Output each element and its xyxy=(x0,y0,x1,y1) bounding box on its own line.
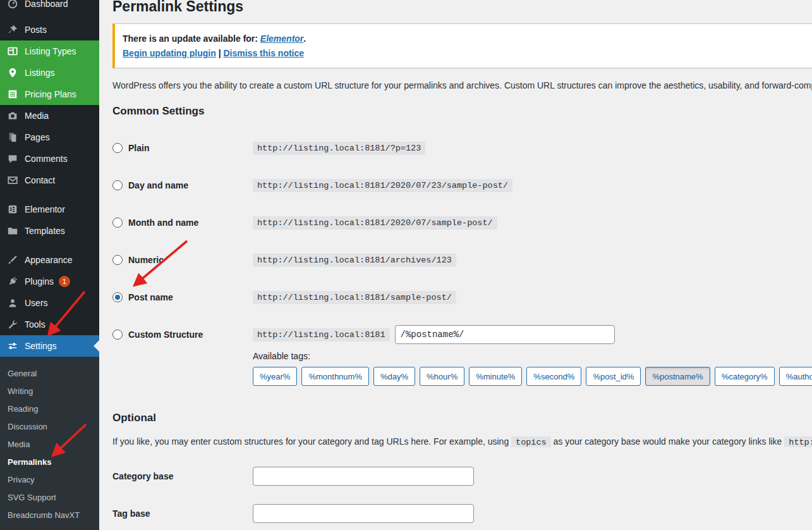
sidebar-item-comments[interactable]: Comments xyxy=(0,148,99,169)
sidebar-item-label: Dashboard xyxy=(25,0,68,9)
sidebar-item-listings[interactable]: Listings xyxy=(0,62,99,83)
submenu-item-privacy[interactable]: Privacy xyxy=(0,471,99,488)
sidebar-item-elementor[interactable]: Elementor xyxy=(0,199,99,220)
plugins-update-badge: 1 xyxy=(59,276,70,287)
tag-post-id-button[interactable]: %post_id% xyxy=(586,367,641,386)
pricing-plans-icon xyxy=(6,88,19,101)
sidebar-item-pricing-plans[interactable]: Pricing Plans xyxy=(0,83,99,105)
tag-author-button[interactable]: %author% xyxy=(779,367,812,386)
sidebar-item-plugins[interactable]: Plugins 1 xyxy=(0,271,99,292)
month-and-name-option[interactable]: Month and name xyxy=(112,218,253,228)
tag-hour-button[interactable]: %hour% xyxy=(420,367,464,386)
day-and-name-radio[interactable] xyxy=(112,180,123,190)
day-and-name-option[interactable]: Day and name xyxy=(112,180,253,190)
sidebar-item-dashboard[interactable]: Dashboard xyxy=(0,0,99,11)
listing-types-icon xyxy=(6,45,19,58)
plug-icon xyxy=(6,275,19,288)
submenu-item-svg-support[interactable]: SVG Support xyxy=(0,488,99,506)
custom-structure-input[interactable] xyxy=(395,325,615,344)
sidebar-item-label: Pages xyxy=(25,132,50,142)
sidebar-item-label: Users xyxy=(25,298,48,308)
numeric-option[interactable]: Numeric xyxy=(112,255,253,265)
sidebar-item-users[interactable]: Users xyxy=(0,292,99,314)
permalink-option-row: Month and name http://listing.local:8181… xyxy=(112,213,812,232)
category-base-row: Category base xyxy=(112,467,812,486)
sidebar-item-label: Posts xyxy=(25,25,47,35)
sidebar-item-pages[interactable]: Pages xyxy=(0,126,99,148)
category-base-label: Category base xyxy=(112,471,253,481)
tag-postname-button[interactable]: %postname% xyxy=(645,367,710,386)
sidebar-item-label: Plugins xyxy=(25,276,54,287)
plain-option[interactable]: Plain xyxy=(112,143,253,153)
sidebar-item-tools[interactable]: Tools xyxy=(0,314,99,335)
plain-radio[interactable] xyxy=(112,143,123,153)
sidebar-item-label: Elementor xyxy=(25,204,65,214)
sidebar-item-label: Settings xyxy=(25,341,57,351)
notice-text: There is an update available for: xyxy=(123,34,260,44)
tag-monthnum-button[interactable]: %monthnum% xyxy=(301,367,369,386)
tag-year-button[interactable]: %year% xyxy=(253,367,297,386)
elementor-icon xyxy=(6,203,19,216)
wrench-icon xyxy=(6,318,19,331)
sidebar-item-posts[interactable]: Posts xyxy=(0,19,99,40)
submenu-item-general[interactable]: General xyxy=(0,364,99,382)
sidebar-item-listing-types[interactable]: Listing Types xyxy=(0,40,99,62)
tag-base-label: Tag base xyxy=(112,508,253,519)
submenu-item-media[interactable]: Media xyxy=(0,435,99,453)
begin-updating-plugin-link[interactable]: Begin updating plugin xyxy=(123,48,216,58)
sidebar-item-settings[interactable]: Settings xyxy=(0,335,99,357)
tag-second-button[interactable]: %second% xyxy=(526,367,581,386)
submenu-item-permalinks[interactable]: Permalinks xyxy=(0,453,99,471)
sidebar-item-templates[interactable]: Templates xyxy=(0,220,99,242)
permalink-option-row: Day and name http://listing.local:8181/2… xyxy=(112,176,812,195)
sidebar-item-label: Pricing Plans xyxy=(25,89,76,99)
topics-code: topics xyxy=(511,436,551,447)
brush-icon xyxy=(6,254,19,266)
map-marker-icon xyxy=(6,66,19,79)
sidebar-item-label: Templates xyxy=(25,226,65,236)
page-title: Permalink Settings xyxy=(112,0,812,15)
main-content: Permalink Settings There is an update av… xyxy=(99,0,812,530)
numeric-example-url: http://listing.local:8181/archives/123 xyxy=(253,254,456,267)
pushpin-icon xyxy=(6,23,19,36)
available-tags-row: %year% %monthnum% %day% %hour% %minute% … xyxy=(253,367,812,386)
dismiss-notice-link[interactable]: Dismiss this notice xyxy=(223,48,304,58)
sidebar-item-contact[interactable]: Contact xyxy=(0,169,99,191)
post-name-option[interactable]: Post name xyxy=(112,292,253,302)
month-and-name-radio[interactable] xyxy=(112,218,123,228)
tag-day-button[interactable]: %day% xyxy=(373,367,415,386)
elementor-link[interactable]: Elementor xyxy=(260,34,303,44)
sidebar-item-media[interactable]: Media xyxy=(0,105,99,126)
sidebar-item-label: Appearance xyxy=(25,255,73,265)
permalink-option-row: Post name http://listing.local:8181/samp… xyxy=(112,288,812,307)
sidebar-item-label: Contact xyxy=(25,175,55,185)
settings-sliders-icon xyxy=(6,340,19,352)
custom-structure-radio[interactable] xyxy=(112,330,123,340)
post-name-radio[interactable] xyxy=(112,292,123,302)
tag-minute-button[interactable]: %minute% xyxy=(469,367,522,386)
month-and-name-example-url: http://listing.local:8181/2020/07/sample… xyxy=(253,216,497,230)
optional-paragraph: If you like, you may enter custom struct… xyxy=(112,436,812,447)
available-tags-label: Available tags: xyxy=(253,351,812,361)
dashboard-icon xyxy=(6,0,19,10)
pages-icon xyxy=(6,131,19,144)
tag-base-input[interactable] xyxy=(253,504,474,523)
permalink-option-row: Plain http://listing.local:8181/?p=123 xyxy=(112,139,812,157)
custom-structure-option[interactable]: Custom Structure xyxy=(112,330,253,340)
submenu-item-writing[interactable]: Writing xyxy=(0,382,99,400)
plain-example-url: http://listing.local:8181/?p=123 xyxy=(253,142,425,155)
sidebar-item-label: Tools xyxy=(25,319,45,330)
folder-icon xyxy=(6,225,19,237)
category-base-input[interactable] xyxy=(253,467,474,486)
envelope-icon xyxy=(6,174,19,187)
day-and-name-example-url: http://listing.local:8181/2020/07/23/sam… xyxy=(253,179,512,192)
tag-base-row: Tag base xyxy=(112,504,812,523)
post-name-example-url: http://listing.local:8181/sample-post/ xyxy=(253,291,456,304)
numeric-radio[interactable] xyxy=(112,255,123,265)
submenu-item-reading[interactable]: Reading xyxy=(0,400,99,417)
submenu-item-breadcrumb-navxt[interactable]: Breadcrumb NavXT xyxy=(0,506,99,524)
submenu-item-discussion[interactable]: Discussion xyxy=(0,417,99,435)
media-icon xyxy=(6,109,19,122)
tag-category-button[interactable]: %category% xyxy=(715,367,775,386)
sidebar-item-appearance[interactable]: Appearance xyxy=(0,249,99,271)
